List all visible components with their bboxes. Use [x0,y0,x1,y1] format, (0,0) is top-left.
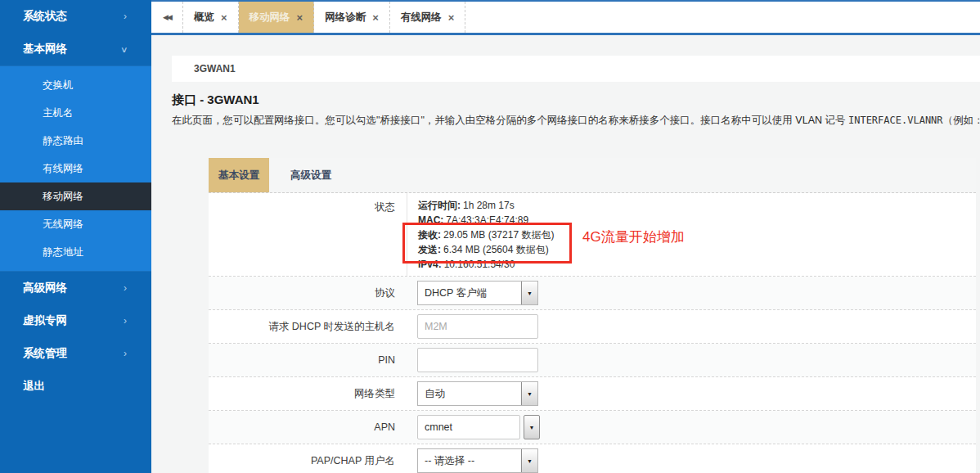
selected-value: -- 请选择 -- [418,449,521,472]
status-line-rx: 接收:29.05 MB (37217 数据包) [418,227,980,242]
selected-value: 自动 [418,382,521,405]
sidebar-item-label: 退出 [23,379,45,394]
tab-bar: ◀◀ 概览 × 移动网络 × 网络诊断 × 有线网络 × [151,0,980,35]
dropdown-arrow-icon[interactable]: ▼ [521,282,537,304]
dhcp-hostname-input[interactable] [417,314,538,339]
annotation-text: 4G流量开始增加 [582,230,685,245]
chevron-right-icon: › [124,315,127,327]
pin-input[interactable] [417,348,538,372]
status-line-uptime: 运行时间:1h 28m 17s [418,198,980,213]
sidebar-item-hostname[interactable]: 主机名 [0,99,151,127]
router-admin-app: 系统状态 › 基本网络 ∨ 交换机 主机名 静态路由 有线网络 移动网络 无线网… [0,0,980,473]
field-label-apn: APN [209,421,407,433]
sidebar-item-system-status[interactable]: 系统状态 › [0,0,151,33]
close-icon[interactable]: × [448,11,455,24]
content-area: 3GWAN1 接口 - 3GWAN1 在此页面，您可以配置网络接口。您可以勾选"… [151,35,980,473]
table-row: 协议 DHCP 客户端 ▼ [209,277,976,310]
description-text: 记号 [822,115,848,126]
settings-tab-row: 基本设置 高级设置 [209,158,976,193]
apn-combobox: ▼ [417,415,540,439]
status-row: 状态 运行时间:1h 28m 17s MAC:7A:43:3A:E4:74:89… [209,193,976,277]
close-icon[interactable]: × [221,11,227,24]
interface-settings-form: 基本设置 高级设置 状态 运行时间:1h 28m 17s MAC:7A:43:3… [209,158,976,473]
page-description: 在此页面，您可以配置网络接口。您可以勾选"桥接接口"，并输入由空格分隔的多个网络… [172,114,980,128]
field-label-status: 状态 [209,193,407,276]
apn-input[interactable] [417,415,520,439]
tab-label: 网络诊断 [325,11,366,25]
chevron-right-icon: › [124,348,127,359]
sidebar-item-label: 系统状态 [23,9,67,24]
close-icon[interactable]: × [372,11,379,24]
sidebar-submenu-basic-network: 交换机 主机名 静态路由 有线网络 移动网络 无线网络 静态地址 [0,65,151,272]
main-area: ◀◀ 概览 × 移动网络 × 网络诊断 × 有线网络 × 3GWAN1 接口 -… [151,0,980,473]
network-type-select[interactable]: 自动 ▼ [417,381,538,406]
dropdown-arrow-icon[interactable]: ▼ [521,449,537,472]
sidebar-item-static-routes[interactable]: 静态路由 [0,127,151,155]
back-icon[interactable]: ◀◀ [151,2,183,33]
sidebar-item-mobile-network[interactable]: 移动网络 [0,182,151,210]
table-row: APN ▼ [209,411,976,444]
dropdown-arrow-icon[interactable]: ▼ [524,415,540,439]
code-text: INTERFACE.VLANNR [848,115,943,126]
field-label-pap-chap-username: PAP/CHAP 用户名 [209,454,407,468]
tab-overview[interactable]: 概览 × [183,2,239,33]
interface-card-title: 3GWAN1 [172,56,980,82]
status-line-ipv4: IPv4:10.160.51.54/30 [418,257,980,272]
tab-network-diagnostics[interactable]: 网络诊断 × [314,2,390,33]
sidebar-item-vpn[interactable]: 虚拟专网 › [0,304,151,337]
status-line-mac: MAC:7A:43:3A:E4:74:89 [418,213,980,227]
tab-advanced-settings[interactable]: 高级设置 [281,158,341,192]
pap-chap-username-select[interactable]: -- 请选择 -- ▼ [417,448,538,473]
page-title: 接口 - 3GWAN1 [172,92,980,108]
sidebar-item-label: 高级网络 [23,281,67,295]
field-label-dhcp-hostname: 请求 DHCP 时发送的主机名 [209,320,407,334]
sidebar-item-basic-network[interactable]: 基本网络 ∨ [0,33,151,65]
table-row: PAP/CHAP 用户名 -- 请选择 -- ▼ [209,444,976,473]
chevron-right-icon: › [124,282,127,294]
table-row: PIN [209,344,976,377]
protocol-select[interactable]: DHCP 客户端 ▼ [417,281,538,305]
sidebar-item-static-address[interactable]: 静态地址 [0,238,151,266]
sidebar-item-wired-network[interactable]: 有线网络 [0,155,151,182]
chevron-right-icon: › [124,11,127,22]
dropdown-arrow-icon[interactable]: ▼ [521,382,537,405]
description-text: 在此页面，您可以配置网络接口。您可以勾选"桥接接口"，并输入由空格分隔的多个网络… [172,115,795,126]
sidebar-item-switch[interactable]: 交换机 [0,71,151,99]
tab-mobile-network[interactable]: 移动网络 × [239,2,315,33]
tab-label: 有线网络 [401,11,442,25]
sidebar: 系统状态 › 基本网络 ∨ 交换机 主机名 静态路由 有线网络 移动网络 无线网… [0,0,151,473]
field-label-protocol: 协议 [209,286,407,300]
status-line-tx: 发送:6.34 MB (25604 数据包) [418,242,980,257]
close-icon[interactable]: × [297,11,303,24]
sidebar-item-system-management[interactable]: 系统管理 › [0,337,151,370]
tab-label: 概览 [194,11,214,25]
sidebar-item-label: 系统管理 [23,346,67,361]
field-label-pin: PIN [209,354,407,366]
sidebar-item-label: 虚拟专网 [23,313,67,328]
sidebar-item-wireless-network[interactable]: 无线网络 [0,210,151,238]
status-value: 运行时间:1h 28m 17s MAC:7A:43:3A:E4:74:89 接收… [407,193,980,276]
tab-label: 移动网络 [249,11,290,25]
sidebar-item-logout[interactable]: 退出 [0,370,151,403]
table-row: 网络类型 自动 ▼ [209,377,976,411]
vlan-link[interactable]: VLAN [795,115,822,126]
field-label-network-type: 网络类型 [209,387,407,401]
sidebar-item-advanced-network[interactable]: 高级网络 › [0,272,151,304]
chevron-down-icon: ∨ [120,45,128,54]
sidebar-item-label: 基本网络 [23,42,67,56]
table-row: 请求 DHCP 时发送的主机名 [209,310,976,344]
selected-value: DHCP 客户端 [418,282,521,304]
tab-wired-network[interactable]: 有线网络 × [390,2,466,33]
description-text: （例如： [943,115,980,126]
tab-basic-settings[interactable]: 基本设置 [209,158,269,192]
